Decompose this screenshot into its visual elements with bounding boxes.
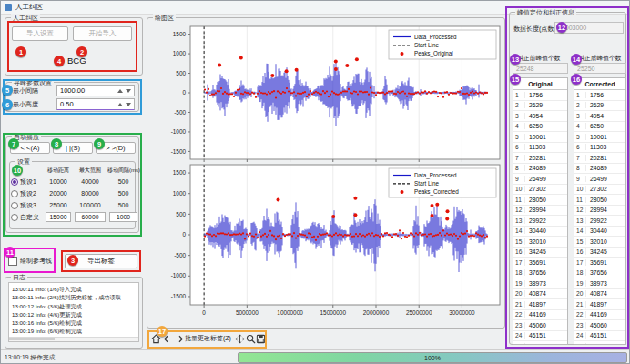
table-row[interactable]: 1634245 (513, 248, 567, 258)
radio-icon[interactable] (11, 178, 18, 186)
table-row[interactable]: 46250 (574, 122, 625, 133)
table-row[interactable]: 1837656 (513, 268, 567, 279)
table-row[interactable]: 2040874 (574, 289, 625, 300)
row-index: 25 (513, 343, 525, 345)
table-row[interactable]: 824689 (574, 164, 625, 175)
radio-icon[interactable] (11, 214, 18, 221)
after-count-label: 纠正后峰值个数 (578, 54, 622, 63)
table-row[interactable]: 1735691 (513, 258, 567, 268)
table-row[interactable]: 1128050 (513, 195, 567, 206)
custom-input-3-1[interactable]: 60000 (75, 212, 106, 222)
row-index: 7 (513, 155, 525, 161)
table-row[interactable]: 611303 (513, 143, 567, 154)
start-import-button[interactable]: 开始导入 (73, 26, 132, 41)
row-index: 6 (513, 144, 525, 150)
peak-value: 34245 (586, 248, 607, 255)
table-row[interactable]: 1837656 (574, 268, 625, 279)
table-row[interactable]: 611303 (574, 143, 625, 154)
spin-arrows-icon[interactable] (117, 103, 131, 106)
radio-icon[interactable] (11, 190, 18, 197)
row-index: 4 (574, 123, 586, 129)
svg-text:25000000: 25000000 (406, 309, 432, 316)
row-index: 17 (513, 259, 525, 266)
table-row[interactable]: 2446151 (574, 331, 625, 342)
table-row[interactable]: 34954 (513, 111, 567, 122)
table-row[interactable]: 2040874 (513, 289, 567, 300)
batch-edit-labels-button[interactable]: 批量更改标签(Z) (185, 334, 231, 343)
annotation-badge-5: 5 (2, 85, 13, 96)
table-row[interactable]: 1128050 (574, 195, 625, 206)
checkbox-icon[interactable] (8, 257, 17, 266)
original-header[interactable]: Original (513, 78, 567, 90)
table-row[interactable]: 2244169 (513, 310, 567, 321)
preset-value-2-1: 100000 (73, 200, 107, 210)
forward-arrow-icon[interactable] (173, 333, 185, 345)
preset-radio-预设3[interactable]: 预设3 (10, 200, 44, 210)
preset-radio-预设2[interactable]: 预设2 (10, 188, 44, 198)
min-interval-spinbox[interactable]: 1000.00 (56, 85, 135, 96)
app-icon (5, 4, 12, 11)
peak-value: 28994 (525, 207, 546, 213)
min-height-value: 0.50 (60, 100, 74, 108)
table-row[interactable]: 22629 (574, 101, 625, 112)
table-row[interactable]: 1532010 (513, 237, 567, 248)
table-row[interactable]: 2345060 (513, 320, 567, 331)
save-icon[interactable] (255, 333, 267, 345)
table-row[interactable]: 1027302 (513, 185, 567, 196)
table-row[interactable]: 510061 (574, 132, 625, 143)
corrected-peaks-table[interactable]: Corrected 117562262934954462505100616113… (574, 77, 626, 345)
peak-value: 29922 (586, 217, 607, 224)
table-row[interactable]: 1735691 (574, 258, 625, 268)
table-row[interactable]: 720281 (574, 153, 625, 164)
peak-value: 20281 (586, 155, 607, 161)
custom-input-3-0[interactable]: 15000 (46, 212, 71, 222)
corrected-header[interactable]: Corrected (574, 78, 625, 90)
log-horizontal-scrollbar[interactable] (9, 337, 138, 341)
import-settings-button[interactable]: 导入设置 (12, 26, 68, 41)
table-row[interactable]: 11756 (513, 90, 567, 101)
table-row[interactable]: 1329922 (513, 216, 567, 227)
reference-line-label: 绘制参考线 (20, 257, 52, 266)
table-row[interactable]: 2141897 (513, 299, 567, 310)
original-peaks-table[interactable]: Original 1175622629349544625051006161130… (513, 77, 568, 345)
table-row[interactable]: 46250 (513, 122, 567, 133)
table-row[interactable]: 1228994 (513, 206, 567, 217)
table-row[interactable]: 926499 (513, 174, 567, 185)
table-row[interactable]: 1228994 (574, 206, 625, 217)
table-row[interactable]: 1938973 (513, 278, 567, 289)
table-row[interactable]: 1532010 (574, 237, 625, 248)
radio-icon[interactable] (11, 202, 18, 209)
log-list[interactable]: 13:00:11 Info: (1/6)导入完成13:00:11 Info: (… (8, 282, 139, 342)
table-row[interactable]: 510061 (513, 132, 567, 143)
table-row[interactable]: 22629 (513, 101, 567, 112)
table-row[interactable]: 2546995 (574, 341, 625, 345)
table-row[interactable]: 2244169 (574, 310, 625, 321)
table-row[interactable]: 34954 (574, 111, 625, 122)
min-height-spinbox[interactable]: 0.50 (56, 98, 135, 110)
svg-text:1500: 1500 (173, 169, 187, 176)
reference-line-checkbox[interactable]: 绘制参考线 (8, 257, 52, 266)
table-row[interactable]: 2141897 (574, 299, 625, 310)
preset-radio-自定义[interactable]: 自定义 (10, 212, 44, 222)
table-row[interactable]: 824689 (513, 164, 567, 175)
custom-input-3-2[interactable]: 1000 (109, 212, 137, 222)
table-row[interactable]: 1027302 (574, 185, 625, 196)
spin-arrows-icon[interactable] (117, 89, 131, 93)
table-row[interactable]: 1329922 (574, 216, 625, 227)
peak-value: 6250 (525, 123, 543, 129)
table-row[interactable]: 926499 (574, 174, 625, 185)
table-row[interactable]: 1430440 (574, 227, 625, 238)
table-row[interactable]: 2446151 (513, 331, 567, 342)
plot-canvas[interactable]: 150010005000-500-1000-1500Data_Processed… (148, 21, 503, 329)
row-index: 20 (513, 290, 525, 297)
peak-value: 30440 (525, 228, 546, 234)
table-row[interactable]: 1634245 (574, 248, 625, 258)
log-line: 13:00:11 Info: (2/6)找到历史标签，成功读取 (12, 293, 138, 301)
table-row[interactable]: 2546995 (513, 341, 567, 345)
table-row[interactable]: 2345060 (574, 320, 625, 331)
table-row[interactable]: 720281 (513, 153, 567, 164)
table-row[interactable]: 1938973 (574, 278, 625, 289)
preset-radio-预设1[interactable]: 预设1 (10, 177, 44, 187)
table-row[interactable]: 1430440 (513, 227, 567, 238)
table-row[interactable]: 11756 (574, 90, 625, 101)
